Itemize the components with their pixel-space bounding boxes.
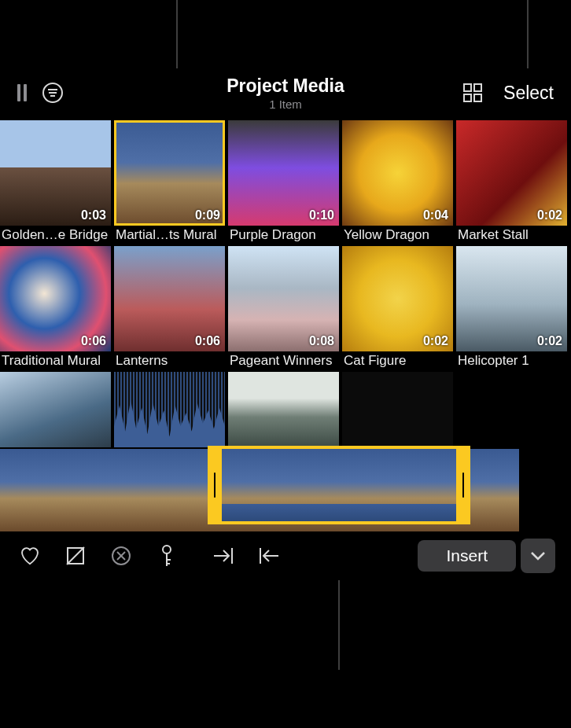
clip-label: Lanterns bbox=[114, 351, 225, 369]
clip-item[interactable]: 0:06Lanterns bbox=[114, 246, 225, 369]
favorite-icon[interactable] bbox=[19, 545, 41, 567]
toolbar-right: Insert bbox=[418, 539, 555, 573]
clip-item[interactable]: 0:08Pageant Winners bbox=[228, 246, 339, 369]
clip-thumbnail[interactable]: 0:02 bbox=[456, 120, 567, 226]
toolbar: Insert bbox=[0, 531, 571, 580]
header-center: Project Media 1 Item bbox=[227, 75, 344, 111]
svg-rect-6 bbox=[464, 94, 471, 101]
range-body[interactable] bbox=[222, 449, 456, 521]
filter-list-icon[interactable] bbox=[41, 81, 64, 105]
svg-rect-5 bbox=[474, 84, 481, 91]
callout-line-top-right bbox=[527, 0, 529, 75]
clip-item[interactable]: 0:09Martial…ts Mural bbox=[114, 120, 225, 243]
insert-options-button[interactable] bbox=[521, 539, 555, 573]
clip-item[interactable] bbox=[0, 372, 111, 447]
header-right: Select bbox=[462, 83, 554, 104]
mark-out-icon[interactable] bbox=[258, 545, 280, 567]
clip-label: Cat Figure bbox=[342, 351, 453, 369]
range-handle-right[interactable] bbox=[456, 449, 470, 521]
clip-thumbnail[interactable] bbox=[228, 372, 339, 447]
clip-label: Purple Dragon bbox=[228, 226, 339, 243]
range-selection[interactable] bbox=[208, 446, 470, 524]
clip-duration: 0:08 bbox=[309, 334, 334, 348]
chevron-down-icon bbox=[530, 551, 546, 561]
keyword-icon[interactable] bbox=[156, 545, 178, 567]
clip-duration: 0:09 bbox=[195, 208, 220, 222]
clip-thumbnail[interactable]: 0:04 bbox=[342, 120, 453, 226]
clip-duration: 0:03 bbox=[81, 208, 106, 222]
clip-label: Pageant Winners bbox=[228, 351, 339, 369]
clip-duration: 0:04 bbox=[423, 208, 448, 222]
clip-item[interactable]: 0:02Helicopter 1 bbox=[456, 246, 567, 369]
clip-thumbnail[interactable]: 0:02 bbox=[456, 246, 567, 351]
clip-item[interactable]: 0:06Traditional Mural bbox=[0, 246, 111, 369]
grid-view-icon[interactable] bbox=[462, 83, 483, 103]
clip-thumbnail[interactable] bbox=[342, 372, 453, 447]
header: Project Media 1 Item Select bbox=[0, 68, 571, 117]
clip-label: Market Stall bbox=[456, 226, 567, 243]
clip-item[interactable]: 0:03Golden…e Bridge bbox=[0, 120, 111, 243]
mark-in-icon[interactable] bbox=[212, 545, 234, 567]
audio-waveform bbox=[222, 504, 456, 521]
range-handle-left[interactable] bbox=[208, 449, 222, 521]
clip-item[interactable]: 0:10Purple Dragon bbox=[228, 120, 339, 243]
clip-duration: 0:02 bbox=[537, 334, 562, 348]
select-button[interactable]: Select bbox=[503, 83, 554, 104]
insert-button[interactable]: Insert bbox=[418, 540, 516, 572]
clip-label: Yellow Dragon bbox=[342, 226, 453, 243]
filmstrip[interactable] bbox=[0, 449, 571, 531]
svg-line-9 bbox=[67, 547, 84, 564]
pause-icon[interactable] bbox=[17, 84, 27, 101]
clip-item[interactable]: 0:02Market Stall bbox=[456, 120, 567, 243]
clip-thumbnail[interactable]: 0:06 bbox=[114, 246, 225, 351]
clip-thumbnail[interactable]: 0:02 bbox=[342, 246, 453, 351]
reject-icon[interactable] bbox=[64, 545, 87, 567]
clip-item[interactable] bbox=[342, 372, 453, 447]
clip-label: Traditional Mural bbox=[0, 351, 111, 369]
clip-label: Martial…ts Mural bbox=[114, 226, 225, 243]
clip-item[interactable]: 0:04Yellow Dragon bbox=[342, 120, 453, 243]
svg-rect-4 bbox=[464, 84, 471, 91]
filmstrip-frame[interactable] bbox=[0, 449, 87, 531]
clip-label: Golden…e Bridge bbox=[0, 226, 111, 243]
clip-duration: 0:02 bbox=[537, 208, 562, 222]
clip-item[interactable] bbox=[228, 372, 339, 447]
clip-duration: 0:10 bbox=[309, 208, 334, 222]
svg-point-13 bbox=[163, 546, 171, 553]
media-grid: 0:03Golden…e Bridge0:09Martial…ts Mural0… bbox=[0, 117, 571, 447]
clip-duration: 0:06 bbox=[195, 334, 220, 348]
clip-thumbnail[interactable]: 0:10 bbox=[228, 120, 339, 226]
svg-rect-7 bbox=[474, 94, 481, 101]
clip-thumbnail[interactable]: 0:09 bbox=[114, 120, 225, 226]
clip-thumbnail[interactable]: 0:06 bbox=[0, 246, 111, 351]
header-left bbox=[17, 81, 64, 105]
media-browser: Project Media 1 Item Select 0:03Golden…e… bbox=[0, 68, 571, 580]
page-title: Project Media bbox=[227, 75, 344, 97]
filmstrip-frame[interactable] bbox=[87, 449, 173, 531]
clip-thumbnail[interactable]: 0:08 bbox=[228, 246, 339, 351]
clip-thumbnail[interactable]: 0:03 bbox=[0, 120, 111, 226]
clip-label: Helicopter 1 bbox=[456, 351, 567, 369]
clip-thumbnail[interactable] bbox=[114, 372, 225, 447]
item-count: 1 Item bbox=[227, 97, 344, 111]
clip-item[interactable]: 0:02Cat Figure bbox=[342, 246, 453, 369]
clip-thumbnail[interactable] bbox=[0, 372, 111, 447]
clip-duration: 0:06 bbox=[81, 334, 106, 348]
clip-item[interactable] bbox=[114, 372, 225, 447]
clear-rating-icon[interactable] bbox=[110, 545, 132, 567]
clip-duration: 0:02 bbox=[423, 334, 448, 348]
callout-line-top-left bbox=[176, 0, 178, 75]
